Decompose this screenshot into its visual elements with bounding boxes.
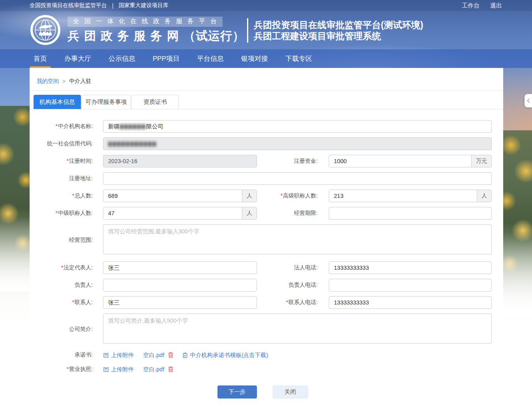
mid-staff-group: 人 [103, 207, 257, 220]
nav-item-bank-connect[interactable]: 银项对接 [241, 49, 268, 68]
background-sunflowers-right [502, 130, 532, 316]
credit-code-redacted: ▇▇▇▇▇▇▇▇▇▇▇ [108, 141, 157, 147]
reg-capital-group: 万元 [329, 155, 492, 167]
org-name-prefix: 新疆 [108, 123, 120, 130]
logout-link[interactable]: 退出 [490, 2, 502, 9]
mid-staff-input[interactable] [103, 207, 242, 219]
nav-item-public-info[interactable]: 公示信息 [109, 49, 135, 68]
manager-input[interactable] [103, 279, 257, 291]
total-staff-label: *总人数: [34, 192, 93, 199]
mid-staff-label: *中级职称人数: [34, 210, 93, 217]
reg-capital-label: 注册资金: [257, 158, 318, 165]
workbench-link[interactable]: 工作台 [462, 2, 480, 9]
senior-staff-group: 人 [329, 190, 492, 202]
brand-badge: 全国一体化在线政务服务平台 [67, 17, 223, 27]
panel-collapse-toggle[interactable] [525, 94, 532, 107]
credit-code-input: ▇▇▇▇▇▇▇▇▇▇▇ [103, 137, 492, 150]
upload-icon [103, 367, 109, 372]
breadcrumb-separator: > [62, 78, 66, 85]
license-label: *营业执照: [34, 366, 93, 373]
trash-icon [168, 366, 174, 372]
company-profile-label: 公司简介: [34, 326, 93, 333]
commitment-delete-button[interactable] [168, 352, 174, 358]
license-delete-button[interactable] [168, 366, 174, 372]
close-button[interactable]: 关闭 [273, 385, 308, 398]
reg-address-input[interactable] [103, 172, 492, 185]
reg-address-label: 注册地址: [34, 175, 93, 182]
contact-phone-label: *联系人电话: [257, 299, 318, 306]
org-name-redacted: ▇▇▇▇▇▇ [120, 124, 146, 129]
site-name-main: 兵团政务服务网 [67, 29, 184, 42]
site-name-suffix: （试运行） [184, 29, 245, 42]
credit-code-label: 统一社会信用代码: [34, 140, 93, 147]
background-sunflowers-left [0, 106, 32, 291]
breadcrumb-my-space[interactable]: 我的空间 [37, 78, 59, 85]
nav-item-downloads[interactable]: 下载专区 [285, 49, 312, 68]
required-mark: * [281, 192, 283, 199]
contact-phone-input[interactable] [329, 296, 492, 309]
company-profile-textarea[interactable] [103, 314, 492, 344]
upload-icon [103, 352, 109, 358]
required-mark: * [56, 210, 58, 216]
total-staff-unit: 人 [242, 190, 257, 202]
org-name-label: *中介机构名称: [34, 123, 93, 130]
business-term-input[interactable] [329, 207, 492, 220]
collapse-chevron-icon [527, 98, 530, 103]
header-divider [247, 18, 248, 43]
legal-phone-label: 法人电话: [257, 264, 318, 271]
legal-phone-input[interactable] [329, 261, 492, 274]
tab-qualification-cert[interactable]: 资质证书 [131, 95, 179, 109]
required-mark: * [61, 264, 63, 271]
nav-item-platform-info[interactable]: 平台信息 [197, 49, 224, 68]
form-actions: 下一步 关闭 [34, 385, 492, 398]
manager-phone-input[interactable] [329, 279, 492, 291]
reg-date-label: *注册时间: [34, 158, 93, 165]
tab-org-basic-info[interactable]: 机构基本信息 [34, 95, 81, 109]
top-utility-bar: 全国投资项目在线审批监管平台 | 国家重大建设项目库 工作台 退出 [0, 0, 532, 11]
reg-date-input [103, 155, 257, 167]
mid-staff-unit: 人 [242, 207, 257, 219]
system-title-line2: 兵团工程建设项目审批管理系统 [254, 30, 423, 41]
business-term-label: 经营期限: [257, 210, 318, 217]
commitment-file-link[interactable]: 空白.pdf [143, 351, 164, 359]
brand-block: 全国一体化在线政务服务平台 兵团政务服务网（试运行） [67, 17, 245, 44]
total-staff-input[interactable] [103, 190, 242, 202]
license-file-link[interactable]: 空白.pdf [143, 366, 164, 373]
trash-icon [168, 352, 174, 358]
required-mark: * [72, 192, 74, 199]
legal-rep-label: *法定代表人: [34, 264, 93, 271]
senior-staff-input[interactable] [329, 190, 477, 202]
org-basic-info-form: *中介机构名称: 新疆▇▇▇▇▇▇限公司 统一社会信用代码: ▇▇▇▇▇▇▇▇▇… [30, 109, 503, 398]
commitment-upload-button[interactable]: 上传附件 [103, 351, 134, 359]
contact-input[interactable] [103, 296, 257, 309]
required-mark: * [67, 366, 69, 372]
required-mark: * [56, 123, 58, 129]
commitment-template-link[interactable]: 中介机构承诺书模板(点击下载) [182, 351, 268, 359]
contact-label: *联系人: [34, 299, 93, 306]
business-scope-textarea[interactable] [103, 224, 492, 254]
nav-item-home[interactable]: 首页 [34, 49, 47, 68]
legal-rep-input[interactable] [103, 261, 257, 274]
license-upload-button[interactable]: 上传附件 [103, 366, 134, 373]
next-step-button[interactable]: 下一步 [217, 385, 257, 398]
senior-staff-unit: 人 [477, 190, 491, 202]
project-library-link[interactable]: 国家重大建设项目库 [119, 2, 169, 9]
reg-capital-input[interactable] [329, 155, 471, 167]
org-name-input[interactable]: 新疆▇▇▇▇▇▇限公司 [103, 120, 492, 133]
tab-service-items[interactable]: 可办理服务事项 [82, 95, 131, 109]
reg-capital-unit: 万元 [471, 155, 491, 167]
topbar-separator: | [112, 2, 114, 9]
manager-label: 负责人: [34, 282, 93, 289]
manager-phone-label: 负责人电话: [257, 282, 318, 289]
template-doc-icon [182, 352, 188, 358]
business-scope-label: 经营范围: [34, 237, 93, 244]
nav-item-ppp-projects[interactable]: PPP项目 [153, 49, 180, 68]
breadcrumb-current: 中介入驻 [69, 78, 91, 85]
tab-bar: 机构基本信息 可办理服务事项 资质证书 [30, 91, 503, 109]
breadcrumb: 我的空间 > 中介入驻 [30, 68, 503, 91]
nav-item-service-hall[interactable]: 办事大厅 [64, 49, 91, 68]
system-title-line1: 兵团投资项目在线审批监管平台(测试环境) [254, 19, 423, 30]
national-platform-link[interactable]: 全国投资项目在线审批监管平台 [30, 2, 107, 9]
site-header: 全国一体化在线政务服务平台 兵团政务服务网（试运行） 兵团投资项目在线审批监管平… [0, 11, 532, 49]
required-mark: * [286, 299, 288, 305]
